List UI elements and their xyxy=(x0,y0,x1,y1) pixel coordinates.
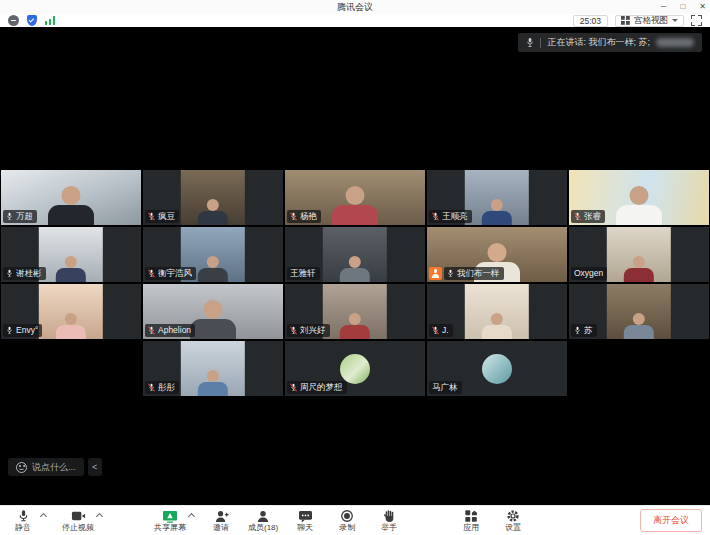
person-silhouette xyxy=(624,255,654,282)
participant-tile[interactable]: 周尺的梦想 xyxy=(285,341,425,396)
participant-tile[interactable]: 衡宇浩风 xyxy=(143,227,283,282)
security-shield-icon[interactable] xyxy=(27,15,37,26)
person-silhouette xyxy=(56,312,86,339)
name-tag: 衡宇浩风 xyxy=(145,267,196,280)
participant-name: 衡宇浩风 xyxy=(158,268,192,279)
host-badge-icon xyxy=(429,267,442,280)
share-options-chevron[interactable] xyxy=(188,513,195,520)
mic-status-icon xyxy=(574,212,581,221)
participant-name: 苏 xyxy=(584,325,593,336)
chat-input-hint[interactable]: 说点什么... xyxy=(8,458,84,476)
share-screen-button[interactable]: 共享屏幕 xyxy=(154,509,186,532)
participant-tile[interactable]: 万超 xyxy=(1,170,141,225)
participant-tile[interactable]: 王顺亮 xyxy=(427,170,567,225)
person-silhouette xyxy=(198,255,228,282)
mic-status-icon xyxy=(290,212,297,221)
microphone-icon xyxy=(17,509,30,523)
chat-button[interactable]: 聊天 xyxy=(290,509,320,532)
mic-status-icon xyxy=(574,326,581,335)
name-tag: Aphelion xyxy=(145,324,195,337)
meeting-statusbar: 25:03 宫格视图 xyxy=(0,14,710,27)
mic-status-icon xyxy=(6,269,13,278)
bottom-toolbar: 静音 停止视频 共享屏幕 xyxy=(0,505,710,535)
record-button[interactable]: 录制 xyxy=(332,509,362,532)
chat-collapse-button[interactable]: < xyxy=(88,458,102,476)
participant-tile[interactable]: 张睿 xyxy=(569,170,709,225)
microphone-icon xyxy=(526,37,534,48)
participant-tile[interactable]: Oxygen xyxy=(569,227,709,282)
person-silhouette xyxy=(482,198,512,225)
participant-avatar xyxy=(340,354,370,384)
participant-tile[interactable]: 谢桂彬 xyxy=(1,227,141,282)
maximize-button[interactable]: □ xyxy=(680,0,685,14)
mic-status-icon xyxy=(290,326,297,335)
participant-name: 杨艳 xyxy=(300,211,317,222)
participant-tile[interactable]: 苏 xyxy=(569,284,709,339)
participant-tile[interactable]: 彤彤 xyxy=(143,341,283,396)
participant-tile[interactable]: 我们布一样 xyxy=(427,227,567,282)
members-button[interactable]: 成员(18) xyxy=(248,509,278,532)
participant-video xyxy=(181,341,245,396)
participant-avatar xyxy=(482,354,512,384)
grid-view-icon xyxy=(621,16,630,25)
participant-tile[interactable]: 疯豆 xyxy=(143,170,283,225)
person-silhouette xyxy=(332,185,378,225)
participant-name: 疯豆 xyxy=(158,211,175,222)
chevron-down-icon xyxy=(672,19,678,22)
chat-bubble-icon xyxy=(298,509,313,523)
person-silhouette xyxy=(190,299,236,339)
mic-status-icon xyxy=(290,383,297,392)
participant-tile[interactable]: J. xyxy=(427,284,567,339)
participant-tile[interactable]: 刘兴好 xyxy=(285,284,425,339)
participant-tile[interactable]: 王雅轩 xyxy=(285,227,425,282)
apps-button[interactable]: 应用 xyxy=(456,509,486,532)
meeting-info-icon[interactable] xyxy=(8,15,19,26)
participant-tile[interactable]: Envy° xyxy=(1,284,141,339)
mic-status-icon xyxy=(447,269,454,278)
participant-name: 马广林 xyxy=(432,382,458,393)
person-silhouette xyxy=(482,312,512,339)
view-mode-dropdown[interactable]: 宫格视图 xyxy=(615,15,684,27)
gear-icon xyxy=(506,509,520,523)
camera-icon xyxy=(71,509,86,523)
participant-name: Aphelion xyxy=(158,325,191,336)
mic-status-icon xyxy=(432,326,439,335)
name-tag: 我们布一样 xyxy=(444,267,504,280)
name-tag: Oxygen xyxy=(571,267,607,280)
name-tag: 苏 xyxy=(571,324,597,337)
emoji-icon[interactable] xyxy=(16,462,27,473)
participant-tile[interactable]: Aphelion xyxy=(143,284,283,339)
mute-options-chevron[interactable] xyxy=(40,513,47,520)
stop-video-button[interactable]: 停止视频 xyxy=(62,509,94,532)
participant-video xyxy=(39,227,103,282)
name-tag: 张睿 xyxy=(571,210,605,223)
settings-button[interactable]: 设置 xyxy=(498,509,528,532)
person-silhouette xyxy=(616,185,662,225)
participant-video xyxy=(181,170,245,225)
video-options-chevron[interactable] xyxy=(96,513,103,520)
mute-button[interactable]: 静音 xyxy=(8,509,38,532)
name-tag: 王雅轩 xyxy=(287,267,320,280)
participant-name: 周尺的梦想 xyxy=(300,382,343,393)
video-grid: 万超 疯豆 xyxy=(0,170,710,396)
name-tag: Envy° xyxy=(3,324,42,337)
participant-video xyxy=(39,284,103,339)
minimize-button[interactable]: ─ xyxy=(661,0,667,14)
participant-name: J. xyxy=(442,325,449,336)
participant-tile[interactable]: 杨艳 xyxy=(285,170,425,225)
participant-name: 刘兴好 xyxy=(300,325,326,336)
participant-name: 王顺亮 xyxy=(442,211,468,222)
invite-button[interactable]: 邀请 xyxy=(206,509,236,532)
name-tag: 万超 xyxy=(3,210,37,223)
leave-meeting-button[interactable]: 离开会议 xyxy=(640,509,702,532)
participant-name: 王雅轩 xyxy=(290,268,316,279)
raise-hand-button[interactable]: 举手 xyxy=(374,509,404,532)
record-icon xyxy=(340,509,354,523)
fullscreen-icon[interactable] xyxy=(691,15,702,26)
network-signal-icon[interactable] xyxy=(45,16,55,25)
name-tag: 马广林 xyxy=(429,381,462,394)
participant-tile[interactable]: 马广林 xyxy=(427,341,567,396)
close-button[interactable]: ✕ xyxy=(699,0,706,14)
person-silhouette xyxy=(340,312,370,339)
participant-video xyxy=(323,284,387,339)
